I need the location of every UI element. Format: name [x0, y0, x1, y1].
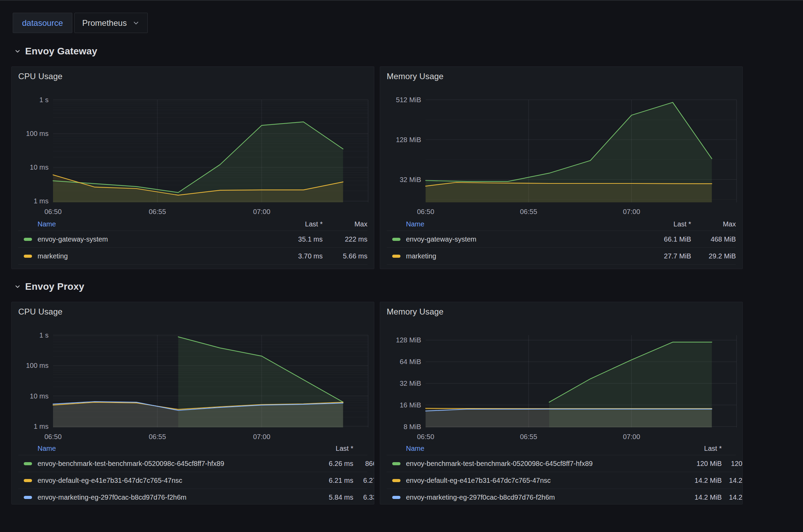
panel: 128 MiB64 MiB32 MiB16 MiB8 MiB06:5006:55… [380, 302, 743, 504]
legend-header: Name Last * Max [18, 442, 367, 455]
panel-title[interactable]: CPU Usage [18, 72, 63, 81]
legend-col-last[interactable]: Last * [268, 220, 323, 228]
legend-col-max[interactable]: Max [353, 445, 374, 453]
legend-col-max[interactable]: Max [691, 220, 736, 228]
series-max-value: 120 MiB [722, 460, 743, 468]
series-name[interactable]: envoy-benchmark-test-benchmark-0520098c-… [38, 460, 224, 468]
series-color-swatch[interactable] [392, 462, 400, 465]
series-name[interactable]: envoy-benchmark-test-benchmark-0520098c-… [406, 460, 593, 468]
legend-col-name[interactable]: Name [18, 445, 298, 453]
series-name[interactable]: envoy-marketing-eg-297f0cac-b8cd97d76-f2… [38, 493, 186, 501]
section-title: Envoy Gateway [25, 46, 97, 57]
panel-title[interactable]: Memory Usage [387, 72, 444, 81]
legend-col-last[interactable]: Last * [298, 445, 353, 453]
series-color-swatch[interactable] [24, 238, 32, 241]
legend: Name Last * Max envoy-gateway-system 66.… [387, 217, 736, 265]
legend-row: envoy-benchmark-test-benchmark-0520098c-… [387, 455, 736, 472]
legend-col-name[interactable]: Name [18, 220, 268, 228]
legend-col-last[interactable]: Last * [636, 220, 691, 228]
svg-text:06:50: 06:50 [44, 208, 62, 215]
panel-title[interactable]: Memory Usage [387, 307, 444, 317]
series-name[interactable]: envoy-default-eg-e41e7b31-647dc7c765-47n… [406, 477, 551, 485]
legend-header: Name Last * Max [18, 217, 367, 231]
series-last-value: 66.1 MiB [636, 235, 691, 243]
svg-text:06:55: 06:55 [149, 208, 166, 215]
series-last-value: 3.70 ms [268, 252, 323, 260]
series-name[interactable]: marketing [406, 252, 436, 260]
panel-row: 1 s100 ms10 ms1 ms06:5006:5507:00 CPU Us… [11, 66, 743, 269]
svg-text:06:55: 06:55 [520, 208, 537, 215]
section-header[interactable]: Envoy Gateway [14, 45, 743, 57]
legend-row: envoy-benchmark-test-benchmark-0520098c-… [18, 455, 367, 472]
svg-text:1 s: 1 s [39, 96, 49, 104]
panel: 1 s100 ms10 ms1 ms06:5006:5507:00 CPU Us… [11, 66, 374, 269]
legend-row-name-cell: marketing [387, 252, 636, 260]
legend-col-last[interactable]: Last * [667, 445, 722, 453]
series-color-swatch[interactable] [24, 496, 32, 499]
series-max-value: 866 ms [353, 460, 374, 468]
legend-col-name[interactable]: Name [387, 445, 667, 453]
chevron-down-icon [14, 48, 21, 55]
series-color-swatch[interactable] [392, 255, 400, 258]
svg-text:06:50: 06:50 [417, 208, 434, 215]
series-name[interactable]: envoy-marketing-eg-297f0cac-b8cd97d76-f2… [406, 493, 555, 501]
series-color-swatch[interactable] [392, 496, 400, 499]
section-title: Envoy Proxy [25, 281, 84, 292]
series-last-value: 6.26 ms [298, 460, 353, 468]
series-last-value: 14.2 MiB [667, 477, 722, 485]
series-color-swatch[interactable] [392, 479, 400, 482]
svg-text:8 MiB: 8 MiB [404, 423, 421, 430]
series-name[interactable]: envoy-gateway-system [38, 235, 108, 243]
svg-text:06:55: 06:55 [520, 433, 537, 440]
svg-text:64 MiB: 64 MiB [400, 358, 421, 365]
series-color-swatch[interactable] [392, 238, 400, 241]
series-last-value: 5.84 ms [298, 493, 353, 501]
series-name[interactable]: marketing [38, 252, 68, 260]
series-name[interactable]: envoy-gateway-system [406, 235, 477, 243]
variable-label: datasource [13, 13, 72, 33]
legend: Name Last * Max envoy-gateway-system 35.… [18, 217, 367, 265]
svg-text:07:00: 07:00 [623, 433, 640, 440]
legend-row: marketing 27.7 MiB 29.2 MiB [387, 247, 736, 264]
svg-text:100 ms: 100 ms [26, 362, 49, 369]
series-last-value: 14.2 MiB [667, 493, 722, 501]
svg-text:10 ms: 10 ms [30, 392, 49, 400]
legend-row-name-cell: envoy-benchmark-test-benchmark-0520098c-… [387, 460, 667, 468]
legend-row-name-cell: envoy-default-eg-e41e7b31-647dc7c765-47n… [387, 477, 667, 485]
legend-row-name-cell: envoy-default-eg-e41e7b31-647dc7c765-47n… [18, 477, 298, 485]
svg-text:1 s: 1 s [39, 331, 49, 339]
svg-text:16 MiB: 16 MiB [400, 401, 421, 409]
svg-text:128 MiB: 128 MiB [396, 336, 421, 344]
section-header[interactable]: Envoy Proxy [14, 280, 743, 293]
series-color-swatch[interactable] [24, 462, 32, 465]
svg-text:07:00: 07:00 [623, 208, 640, 215]
series-max-value: 468 MiB [691, 235, 736, 243]
svg-text:07:00: 07:00 [253, 208, 270, 215]
legend-row-name-cell: envoy-benchmark-test-benchmark-0520098c-… [18, 460, 298, 468]
legend-row: envoy-marketing-eg-297f0cac-b8cd97d76-f2… [387, 489, 736, 504]
svg-text:512 MiB: 512 MiB [396, 96, 421, 104]
panel-row: 1 s100 ms10 ms1 ms06:5006:5507:00 CPU Us… [11, 302, 743, 504]
legend-col-max[interactable]: Max [722, 445, 743, 453]
series-max-value: 222 ms [323, 235, 367, 243]
svg-text:32 MiB: 32 MiB [400, 176, 421, 183]
series-max-value: 6.33 ms [353, 493, 374, 501]
legend-row-name-cell: envoy-marketing-eg-297f0cac-b8cd97d76-f2… [18, 493, 298, 501]
series-max-value: 14.2 MiB [722, 477, 743, 485]
legend-col-max[interactable]: Max [323, 220, 367, 228]
datasource-picker[interactable]: Prometheus [74, 13, 148, 33]
legend-row: marketing 3.70 ms 5.66 ms [18, 247, 367, 264]
legend-col-name[interactable]: Name [387, 220, 636, 228]
series-color-swatch[interactable] [24, 255, 32, 258]
variables-row: datasource Prometheus [13, 13, 743, 33]
chevron-down-icon [14, 283, 21, 290]
legend-row-name-cell: envoy-gateway-system [387, 235, 636, 243]
datasource-picker-value: Prometheus [82, 18, 127, 28]
series-max-value: 14.2 MiB [722, 493, 743, 501]
series-name[interactable]: envoy-default-eg-e41e7b31-647dc7c765-47n… [38, 477, 182, 485]
svg-text:10 ms: 10 ms [30, 163, 49, 171]
legend-row-name-cell: envoy-gateway-system [18, 235, 268, 243]
series-color-swatch[interactable] [24, 479, 32, 482]
series-max-value: 6.27 ms [353, 477, 374, 485]
panel-title[interactable]: CPU Usage [18, 307, 63, 317]
